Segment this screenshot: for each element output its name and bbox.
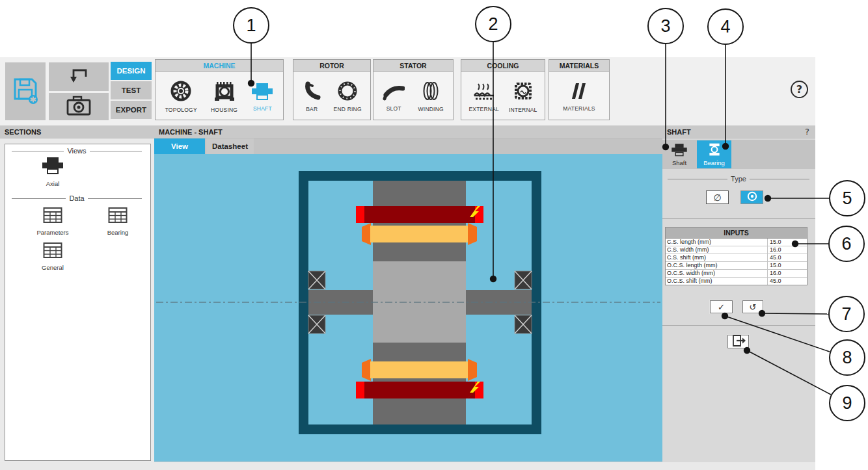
main-row: SECTIONS Views Axial Data Parameters <box>0 125 815 462</box>
sidebar-title: SECTIONS <box>0 125 154 138</box>
tab-view[interactable]: View <box>154 138 205 154</box>
toolbar-item-label: BAR <box>306 106 318 112</box>
undo-button[interactable]: ↺ <box>742 300 763 313</box>
table-row: C.S. length (mm) 15.0 <box>666 239 807 246</box>
type-group-legend: Type <box>668 175 809 183</box>
bearing-type-circlip-button[interactable] <box>740 190 763 204</box>
toolbar-item-topology[interactable]: TOPOLOGY <box>165 80 197 113</box>
sidebar-item-parameters[interactable]: Parameters <box>25 207 81 236</box>
group-header-stator: STATOR <box>373 60 453 72</box>
toolbar-item-label: WINDING <box>418 106 444 112</box>
sections-box: Views Axial Data Parameters <box>5 144 151 461</box>
toolbar-item-label: TOPOLOGY <box>165 107 197 113</box>
table-row: C.S. shift (mm) 45.0 <box>666 254 807 262</box>
input-label: C.S. shift (mm) <box>666 254 768 261</box>
panel-tab-bearing[interactable]: Bearing <box>697 140 731 168</box>
tab-export[interactable]: EXPORT <box>111 101 152 119</box>
sidebar-item-label: Bearing <box>107 229 129 236</box>
table-row: O.C.S. length (mm) 15.0 <box>666 262 807 270</box>
apply-button[interactable]: ✓ <box>710 300 733 313</box>
toolbar-item-internal[interactable]: INTERNAL <box>509 80 537 113</box>
panel-tab-shaft[interactable]: Shaft <box>664 140 695 168</box>
callout-5: 5 <box>829 180 865 216</box>
screenshot-button[interactable] <box>49 93 109 120</box>
toolbar-item-bar[interactable]: BAR <box>302 81 321 112</box>
toolbar-item-label: EXTERNAL <box>468 106 498 112</box>
callout-9: 9 <box>829 385 865 421</box>
topology-icon <box>170 80 192 105</box>
export-data-button[interactable] <box>727 335 749 348</box>
input-value[interactable]: 16.0 <box>768 246 807 254</box>
machine-axial-diagram <box>154 154 662 462</box>
return-arrow-icon <box>67 65 90 88</box>
callout-4: 4 <box>707 8 744 45</box>
end-ring-top <box>356 206 483 223</box>
table-row: O.C.S. shift (mm) 45.0 <box>666 278 807 285</box>
panel-tab-label: Bearing <box>703 159 725 166</box>
toolbar-item-label: SLOT <box>387 105 401 112</box>
toolbar-item-label: SHAFT <box>253 105 272 112</box>
return-arrow-button[interactable] <box>49 62 109 91</box>
toolbar-group-cooling: COOLING EXTERNAL INTERNAL <box>461 59 545 120</box>
data-group-label: Data <box>69 194 84 202</box>
toolbar-item-label: INTERNAL <box>509 107 537 113</box>
toolbar-group-machine: MACHINE TOPOLOGY HOUSING SHAFT <box>155 59 284 120</box>
bearing-icon <box>707 142 722 158</box>
undo-icon: ↺ <box>750 302 757 312</box>
page: DESIGN TEST EXPORT MACHINE TOPOLOGY HOUS… <box>0 0 868 470</box>
view-tabstrip: View Datasheet <box>154 138 662 154</box>
input-value[interactable]: 45.0 <box>768 254 807 261</box>
data-group-legend: Data <box>12 194 142 202</box>
group-header-machine: MACHINE <box>156 60 283 72</box>
rotor-bar-icon <box>302 81 321 104</box>
callout-2: 2 <box>475 6 511 42</box>
panel-help-button[interactable]: ? <box>805 127 809 137</box>
input-value[interactable]: 15.0 <box>768 262 807 269</box>
input-label: O.C.S. shift (mm) <box>666 278 768 285</box>
inputs-table-title: INPUTS <box>666 228 807 239</box>
input-label: C.S. length (mm) <box>666 239 768 246</box>
sidebar-item-label: Axial <box>46 180 60 187</box>
materials-icon <box>569 81 590 103</box>
toolbar-item-label: END RING <box>334 106 362 112</box>
sidebar-item-general[interactable]: General <box>25 242 81 271</box>
toolbar-item-label: MATERIALS <box>563 105 595 112</box>
app-window: DESIGN TEST EXPORT MACHINE TOPOLOGY HOUS… <box>0 57 815 470</box>
panel-title: SHAFT <box>662 125 815 138</box>
bearing-type-none-button[interactable]: ∅ <box>706 190 729 204</box>
toolbar-item-end-ring[interactable]: END RING <box>334 81 362 112</box>
toolbar-item-winding[interactable]: WINDING <box>418 81 444 112</box>
group-header-materials: MATERIALS <box>549 60 609 72</box>
toolbar-group-rotor: ROTOR BAR END RING <box>293 59 371 120</box>
bearing-table-icon <box>108 207 128 226</box>
toolbar-item-label: HOUSING <box>211 107 237 113</box>
callout-1: 1 <box>233 7 269 44</box>
input-value[interactable]: 45.0 <box>768 278 807 285</box>
toolbar-item-shaft[interactable]: SHAFT <box>251 81 273 112</box>
input-value[interactable]: 15.0 <box>768 239 807 246</box>
slot-icon <box>383 81 405 103</box>
toolbar-item-external[interactable]: EXTERNAL <box>468 81 498 112</box>
sidebar-item-label: Parameters <box>36 229 68 236</box>
winding-overhang-bottom <box>362 359 477 381</box>
axial-view-canvas <box>154 154 662 462</box>
toolbar-group-stator: STATOR SLOT WINDING <box>373 59 454 120</box>
sidebar-item-bearing[interactable]: Bearing <box>90 207 146 236</box>
toolbar-item-housing[interactable]: HOUSING <box>211 80 237 113</box>
toolbar: DESIGN TEST EXPORT MACHINE TOPOLOGY HOUS… <box>0 57 815 126</box>
tab-test[interactable]: TEST <box>111 81 152 99</box>
callout-6: 6 <box>828 226 865 262</box>
save-button[interactable] <box>5 62 46 120</box>
input-label: O.C.S. length (mm) <box>666 262 768 269</box>
callout-8: 8 <box>829 339 865 376</box>
input-value[interactable]: 16.0 <box>768 270 807 277</box>
toolbar-item-slot[interactable]: SLOT <box>383 81 405 112</box>
tab-design[interactable]: DESIGN <box>111 62 152 80</box>
panel-tab-label: Shaft <box>672 159 686 166</box>
separator <box>662 218 815 219</box>
toolbar-item-materials[interactable]: MATERIALS <box>563 81 595 112</box>
parameters-table-icon <box>43 207 62 226</box>
help-button[interactable]: ? <box>791 81 808 98</box>
tab-datasheet[interactable]: Datasheet <box>206 138 254 154</box>
sidebar-item-axial[interactable]: Axial <box>31 155 74 187</box>
